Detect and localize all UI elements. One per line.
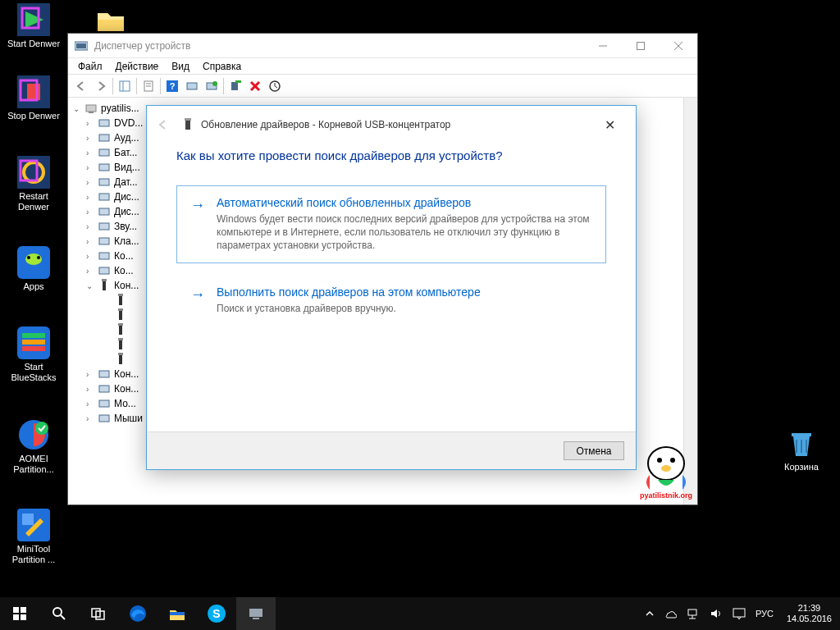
menu-view[interactable]: Вид bbox=[165, 59, 196, 74]
svg-rect-54 bbox=[99, 253, 109, 259]
expand-icon[interactable]: › bbox=[86, 163, 98, 172]
desktop-icon-bluestacks[interactable]: Start BlueStacks bbox=[3, 326, 64, 383]
desktop-icon-minitool[interactable]: MiniTool Partition ... bbox=[3, 509, 64, 565]
help-button[interactable]: ? bbox=[162, 76, 182, 96]
tray-language[interactable]: РУС bbox=[751, 597, 778, 630]
menubar: Файл Действие Вид Справка bbox=[68, 58, 697, 75]
expand-icon[interactable]: › bbox=[86, 370, 98, 379]
desktop-icon-recycle-bin[interactable]: Корзина bbox=[771, 427, 832, 472]
window-title: Диспетчер устройств bbox=[94, 40, 584, 52]
search-button[interactable] bbox=[39, 597, 79, 630]
svg-point-37 bbox=[212, 81, 217, 86]
collapse-icon[interactable]: ⌄ bbox=[86, 281, 98, 290]
svg-point-83 bbox=[53, 608, 62, 616]
menu-help[interactable]: Справка bbox=[196, 59, 248, 74]
menu-file[interactable]: Файл bbox=[71, 59, 109, 74]
tree-label: Вид... bbox=[114, 162, 140, 173]
properties-button[interactable] bbox=[139, 76, 158, 96]
tray-chevron-icon[interactable] bbox=[641, 597, 659, 630]
menu-action[interactable]: Действие bbox=[109, 59, 166, 74]
cancel-button[interactable]: Отмена bbox=[564, 441, 624, 460]
desktop-icon-apps[interactable]: Apps bbox=[3, 246, 64, 292]
expand-icon[interactable]: › bbox=[86, 399, 98, 409]
tree-label: Дат... bbox=[114, 176, 138, 188]
wizard-title: Обновление драйверов - Корневой USB-конц… bbox=[201, 119, 593, 130]
system-tray: РУС 21:39 14.05.2016 bbox=[641, 597, 840, 630]
task-view-button[interactable] bbox=[79, 597, 118, 630]
expand-icon[interactable]: › bbox=[86, 267, 98, 276]
svg-rect-51 bbox=[99, 208, 109, 215]
svg-rect-68 bbox=[99, 371, 109, 377]
enable-button[interactable] bbox=[265, 76, 285, 96]
svg-rect-73 bbox=[185, 118, 191, 121]
svg-rect-65 bbox=[118, 338, 123, 340]
expand-icon[interactable]: › bbox=[86, 385, 98, 394]
option-auto-search[interactable]: → Автоматический поиск обновленных драйв… bbox=[176, 185, 606, 263]
show-hide-tree-button[interactable] bbox=[115, 76, 135, 96]
svg-rect-44 bbox=[89, 112, 94, 113]
svg-rect-93 bbox=[688, 609, 696, 615]
svg-rect-47 bbox=[99, 149, 109, 156]
svg-rect-69 bbox=[99, 386, 109, 392]
tray-onedrive-icon[interactable] bbox=[659, 597, 682, 630]
disable-button[interactable] bbox=[245, 76, 265, 96]
desktop-icon-label: MiniTool Partition ... bbox=[3, 544, 64, 565]
taskbar: S РУС 21:39 14.05.2016 bbox=[0, 597, 840, 630]
svg-rect-64 bbox=[119, 340, 122, 349]
start-button[interactable] bbox=[0, 597, 39, 630]
scan-hardware-button[interactable] bbox=[182, 76, 202, 96]
expand-icon[interactable]: › bbox=[86, 119, 98, 128]
desktop-icon-restart-denwer[interactable]: Restart Denwer bbox=[3, 156, 64, 212]
tray-clock[interactable]: 21:39 14.05.2016 bbox=[778, 603, 840, 624]
taskbar-device-manager[interactable] bbox=[236, 597, 276, 630]
svg-rect-46 bbox=[99, 135, 109, 141]
titlebar[interactable]: Диспетчер устройств bbox=[68, 34, 697, 58]
svg-rect-55 bbox=[99, 267, 109, 274]
expand-icon[interactable]: › bbox=[86, 252, 98, 261]
forward-button[interactable] bbox=[91, 76, 111, 96]
update-driver-button[interactable] bbox=[202, 76, 221, 96]
taskbar-explorer[interactable] bbox=[158, 597, 197, 630]
maximize-button[interactable] bbox=[622, 34, 660, 58]
expand-icon[interactable]: › bbox=[86, 193, 98, 202]
expand-icon[interactable]: › bbox=[86, 178, 98, 187]
svg-rect-48 bbox=[99, 164, 109, 171]
wizard-close-button[interactable]: ✕ bbox=[593, 117, 626, 133]
svg-point-10 bbox=[25, 253, 42, 265]
back-button[interactable] bbox=[71, 76, 91, 96]
expand-icon[interactable]: › bbox=[86, 148, 98, 158]
close-button[interactable] bbox=[660, 34, 697, 58]
taskbar-skype[interactable]: S bbox=[197, 597, 236, 630]
taskbar-edge[interactable] bbox=[118, 597, 158, 630]
tray-action-center-icon[interactable] bbox=[728, 597, 751, 630]
expand-icon[interactable]: › bbox=[86, 134, 98, 143]
tray-volume-icon[interactable] bbox=[705, 597, 728, 630]
option-browse-computer[interactable]: → Выполнить поиск драйверов на этом комп… bbox=[176, 275, 606, 326]
svg-rect-57 bbox=[102, 279, 107, 281]
wizard-header: Обновление драйверов - Корневой USB-конц… bbox=[147, 106, 636, 144]
tray-network-icon[interactable] bbox=[682, 597, 705, 630]
expand-icon[interactable]: › bbox=[86, 414, 98, 423]
desktop-icon-start-denwer[interactable]: Start Denwer bbox=[3, 3, 64, 49]
svg-point-75 bbox=[657, 458, 662, 463]
minimize-button[interactable] bbox=[584, 34, 622, 58]
tree-label: Дис... bbox=[114, 206, 139, 217]
option-desc: Поиск и установка драйверов вручную. bbox=[217, 302, 481, 315]
desktop-icon-stop-denwer[interactable]: Stop Denwer bbox=[3, 75, 64, 121]
back-icon bbox=[157, 118, 171, 131]
svg-rect-35 bbox=[187, 83, 197, 89]
desktop-icon-label: Restart Denwer bbox=[3, 191, 64, 212]
svg-rect-45 bbox=[99, 120, 109, 126]
desktop-icon-aomei[interactable]: AOMEI Partition... bbox=[3, 418, 64, 475]
app-icon bbox=[75, 39, 88, 52]
svg-rect-58 bbox=[119, 295, 122, 305]
tray-date: 14.05.2016 bbox=[787, 614, 832, 624]
collapse-icon[interactable]: ⌄ bbox=[73, 104, 84, 113]
svg-rect-56 bbox=[103, 281, 106, 290]
expand-icon[interactable]: › bbox=[86, 222, 98, 231]
expand-icon[interactable]: › bbox=[86, 208, 98, 217]
expand-icon[interactable]: › bbox=[86, 237, 98, 246]
wizard-footer: Отмена bbox=[147, 431, 636, 469]
uninstall-button[interactable] bbox=[226, 76, 245, 96]
svg-rect-25 bbox=[637, 42, 645, 49]
